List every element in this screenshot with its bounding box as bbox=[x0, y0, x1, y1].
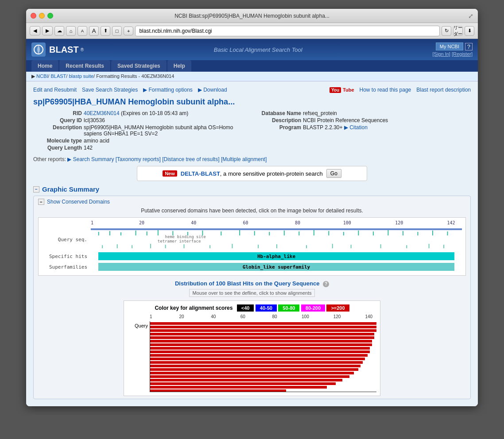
delta-blast-go-button[interactable]: Go bbox=[326, 169, 341, 178]
hit-line[interactable] bbox=[150, 343, 372, 346]
svg-rect-39 bbox=[332, 244, 333, 248]
download-link[interactable]: ▶ Download bbox=[198, 87, 227, 93]
molecule-value: amino acid bbox=[84, 138, 109, 144]
font-small-icon[interactable]: A bbox=[78, 26, 87, 36]
svg-rect-27 bbox=[447, 231, 448, 235]
resize-icon[interactable]: ⤢ bbox=[468, 12, 473, 19]
back-button[interactable]: ◀ bbox=[30, 26, 40, 35]
hb-alpha-bar[interactable]: Hb-alpha_like bbox=[98, 252, 454, 260]
superfamilies-label: Superfamilies bbox=[42, 264, 91, 270]
hit-line[interactable] bbox=[150, 333, 374, 335]
register-link[interactable]: [Register] bbox=[452, 51, 473, 57]
hit-line[interactable] bbox=[150, 322, 376, 325]
how-to-read-link[interactable]: How to read this page bbox=[360, 87, 411, 93]
hit-line[interactable] bbox=[150, 375, 349, 378]
hit-line[interactable] bbox=[150, 386, 327, 389]
svg-text:tetramer interface: tetramer interface bbox=[158, 239, 201, 243]
downloads-icon[interactable]: ⬇ bbox=[465, 26, 474, 36]
rid-link[interactable]: 40EZM36N014 bbox=[84, 110, 120, 116]
svg-rect-36 bbox=[258, 245, 259, 248]
globin-bar[interactable]: Globin_like superfamily bbox=[98, 263, 454, 271]
svg-rect-7 bbox=[147, 231, 147, 235]
hb-alpha-label: Hb-alpha_like bbox=[257, 254, 295, 259]
font-large-icon[interactable]: A bbox=[89, 26, 99, 36]
hit-line[interactable] bbox=[150, 382, 336, 385]
description-label: Description bbox=[33, 124, 82, 137]
reader-icon[interactable]: リーダー bbox=[453, 26, 463, 36]
hit-line[interactable] bbox=[150, 336, 374, 339]
hit-line[interactable] bbox=[150, 350, 370, 353]
breadcrumb-current: Formatting Results - 40EZM36N014 bbox=[96, 73, 174, 79]
tab-saved-strategies[interactable]: Saved Strategies bbox=[111, 60, 167, 72]
distribution-section: Distribution of 100 Blast Hits on the Qu… bbox=[38, 280, 466, 396]
tab-home[interactable]: Home bbox=[31, 60, 58, 72]
sequence-diagram[interactable]: 1 20 40 60 80 100 120 142 Query s bbox=[38, 217, 466, 276]
other-reports-label: Other reports: bbox=[33, 156, 66, 162]
svg-rect-44 bbox=[443, 245, 444, 248]
color-box-lt40: <40 bbox=[237, 304, 254, 312]
address-bar[interactable] bbox=[135, 26, 440, 36]
breadcrumb-ncbi[interactable]: NCBI bbox=[36, 73, 48, 79]
my-ncbi-button[interactable]: My NCBI bbox=[436, 42, 463, 50]
citation-link[interactable]: ▶ Citation bbox=[344, 124, 368, 131]
search-summary-link[interactable]: ▶ Search Summary bbox=[67, 156, 114, 162]
section-header: − Graphic Summary bbox=[33, 185, 471, 193]
distribution-help-icon[interactable]: ? bbox=[323, 281, 329, 287]
svg-rect-33 bbox=[184, 244, 185, 248]
bookmark-icon[interactable]: □ bbox=[112, 26, 122, 36]
hit-line[interactable] bbox=[150, 340, 372, 343]
nav-tabs: Home Recent Results Saved Strategies Hel… bbox=[26, 60, 478, 72]
globin-label: Globin_like superfamily bbox=[243, 264, 310, 270]
home-icon[interactable]: ⌂ bbox=[66, 26, 76, 36]
share-icon[interactable]: ⬆ bbox=[101, 26, 110, 36]
hit-line[interactable] bbox=[150, 361, 363, 364]
titlebar-buttons bbox=[31, 13, 53, 19]
program-row: Program BLASTP 2.2.30+ ▶ Citation bbox=[252, 124, 471, 131]
hit-line[interactable] bbox=[150, 379, 342, 381]
edit-resubmit-link[interactable]: Edit and Resubmit bbox=[33, 87, 77, 93]
tab-recent-results[interactable]: Recent Results bbox=[59, 60, 110, 72]
breadcrumb-blastp[interactable]: blastp suite bbox=[69, 73, 93, 79]
taxonomy-reports-link[interactable]: [Taxonomy reports] bbox=[116, 156, 161, 162]
formatting-options-link[interactable]: ▶ Formatting options bbox=[143, 87, 193, 93]
blast-logo-text: BLAST bbox=[49, 45, 79, 55]
conserved-collapse-button[interactable]: − bbox=[38, 199, 44, 205]
forward-button[interactable]: ▶ bbox=[42, 26, 53, 35]
window-title: NCBI Blast:sp|P69905|HBA_HUMAN Hemoglobi… bbox=[174, 13, 330, 19]
maximize-button[interactable] bbox=[47, 13, 53, 19]
save-search-link[interactable]: Save Search Strategies bbox=[82, 87, 138, 93]
show-conserved-domains-link[interactable]: Show Conserved Domains bbox=[47, 199, 110, 205]
refresh-icon[interactable]: ↻ bbox=[442, 26, 451, 36]
color-key-title: Color key for alignment scores bbox=[155, 305, 233, 311]
query-length-value: 142 bbox=[84, 145, 93, 151]
hit-line[interactable] bbox=[150, 365, 361, 367]
close-button[interactable] bbox=[31, 13, 36, 19]
breadcrumb-blast[interactable]: BLAST bbox=[50, 73, 66, 79]
hit-line[interactable] bbox=[150, 372, 354, 374]
add-tab-button[interactable]: + bbox=[124, 27, 133, 35]
hit-line[interactable] bbox=[150, 347, 370, 350]
hit-line[interactable] bbox=[150, 368, 358, 371]
multiple-alignment-link[interactable]: [Multiple alignment] bbox=[221, 156, 267, 162]
molecule-row: Molecule type amino acid bbox=[33, 138, 252, 144]
hit-lines-area[interactable] bbox=[150, 321, 376, 392]
minimize-button[interactable] bbox=[39, 13, 45, 19]
program-label: Program bbox=[252, 124, 301, 131]
tab-help[interactable]: Help bbox=[167, 60, 191, 72]
axis-labels-row: 1 20 40 60 80 100 120 140 bbox=[150, 314, 376, 320]
hit-line[interactable] bbox=[150, 358, 365, 360]
hit-line[interactable] bbox=[150, 389, 286, 392]
sign-in-link[interactable]: [Sign In] bbox=[433, 51, 450, 57]
collapse-button[interactable]: − bbox=[33, 186, 39, 193]
cloud-icon[interactable]: ☁ bbox=[54, 26, 64, 36]
hit-line[interactable] bbox=[150, 326, 376, 328]
svg-rect-14 bbox=[254, 231, 255, 235]
color-box-40-50: 40-50 bbox=[256, 304, 277, 312]
blast-report-link[interactable]: Blast report description bbox=[416, 87, 471, 93]
distance-tree-link[interactable]: [Distance tree of results] bbox=[162, 156, 219, 162]
svg-rect-31 bbox=[150, 244, 151, 248]
delta-blast-link[interactable]: DELTA-BLAST bbox=[181, 170, 220, 177]
hit-line[interactable] bbox=[150, 329, 376, 332]
hit-line[interactable] bbox=[150, 354, 368, 357]
svg-rect-10 bbox=[187, 232, 188, 235]
